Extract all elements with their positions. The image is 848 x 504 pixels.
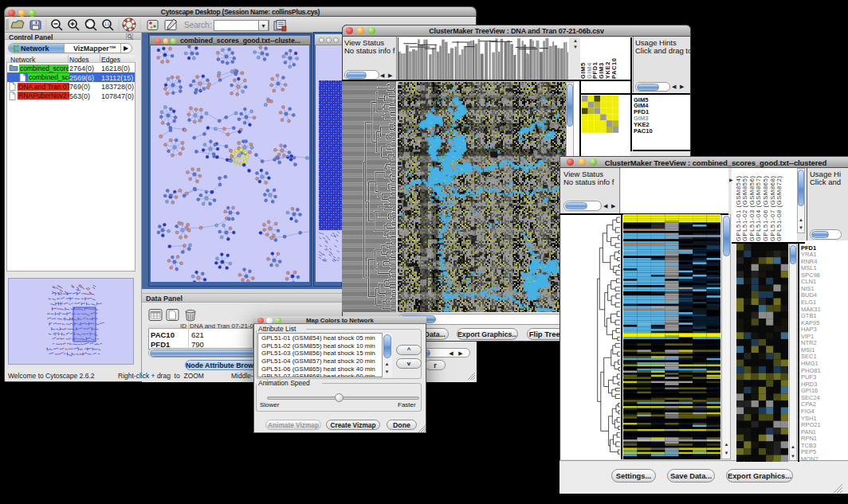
svg-text:1:1: 1:1: [104, 22, 110, 26]
